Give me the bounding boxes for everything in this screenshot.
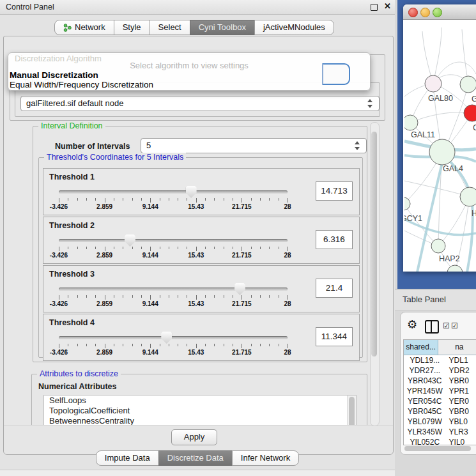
threshold-value-field[interactable]: 21.4 [316, 279, 353, 298]
slider-track[interactable] [59, 239, 288, 242]
slider-track[interactable] [59, 288, 288, 291]
close-panel-button[interactable]: ✕ [384, 1, 391, 11]
column-header-name[interactable]: na [438, 340, 476, 355]
table-row[interactable]: YPR145WYPR1 [404, 386, 476, 396]
settings-scrollbar[interactable] [370, 122, 380, 426]
gear-icon[interactable]: ⚙ [407, 318, 417, 332]
table-row[interactable]: YBR043CYBR0 [404, 376, 476, 386]
attribute-item[interactable]: TopologicalCoefficient [44, 406, 356, 416]
table-row[interactable]: YBR045CYBR0 [404, 406, 476, 417]
network-edge[interactable] [404, 205, 438, 246]
algorithm-placeholder-option[interactable]: Select algorithm to view settings [8, 61, 370, 70]
slider-tick [132, 198, 133, 201]
attributes-listbox[interactable]: SelfLoopsTopologicalCoefficientBetweenne… [43, 395, 357, 425]
network-node-label: HA [472, 209, 476, 218]
slider-tick-label: 15.43 [188, 300, 204, 307]
horizontal-scrollbar-thumb[interactable] [404, 446, 471, 451]
checked-box-icon[interactable]: ☑ [451, 321, 458, 330]
minimize-window-button[interactable] [420, 8, 430, 17]
cell-shared-name: YBR045C [404, 406, 447, 417]
threshold-label: Threshold 2 [49, 221, 95, 230]
slider-thumb[interactable] [125, 234, 135, 247]
list-scrollbar[interactable] [347, 395, 356, 425]
table-row[interactable]: YLR345WYLR3 [404, 427, 476, 437]
slider-tick-label: 28 [284, 349, 291, 356]
network-node-label: GA [472, 95, 476, 104]
table-data-combobox[interactable]: galFiltered.sif default node [20, 96, 380, 111]
network-node[interactable] [404, 115, 418, 130]
algorithm-option-equal-width[interactable]: Equal Width/Frequency Discretization [10, 80, 153, 89]
slider-thumb[interactable] [186, 186, 197, 198]
network-node[interactable] [425, 75, 441, 92]
slider-tick [233, 344, 233, 346]
slider-tick [141, 344, 142, 346]
tab-network[interactable]: Network [54, 20, 114, 35]
slider-thumb[interactable] [161, 332, 172, 344]
table-row[interactable]: YDL19...YDL1 [404, 355, 476, 365]
network-window-titlebar[interactable] [403, 4, 476, 20]
tab-select[interactable]: Select [150, 20, 190, 35]
tab-style[interactable]: Style [114, 20, 150, 35]
network-node[interactable] [460, 76, 476, 93]
network-edge[interactable] [410, 112, 472, 123]
close-window-button[interactable] [408, 8, 418, 17]
slider-tick [95, 295, 96, 298]
network-canvas[interactable]: GAL80GACGAL11GAL4GCY1HAHAP2 [404, 20, 476, 272]
slider-tick [187, 198, 187, 201]
network-canvas-svg[interactable]: GAL80GACGAL11GAL4GCY1HAHAP2 [404, 20, 476, 272]
list-scrollbar-thumb[interactable] [349, 397, 355, 425]
table-header-row: shared... na [404, 340, 476, 355]
tab-label: Discretize Data [167, 451, 224, 465]
cell-shared-name: YPR145W [404, 386, 447, 396]
cell-name: YDL1 [447, 355, 476, 365]
slider-tick [269, 198, 270, 201]
network-node[interactable] [404, 197, 410, 210]
split-columns-icon[interactable] [425, 320, 439, 334]
cell-shared-name: YIL052C [404, 437, 447, 445]
top-tab-bar: Network Style Select Cyni Toolbox jActiv… [54, 20, 334, 35]
threshold-slider[interactable]: -3.4262.8599.14415.4321.71528 [59, 188, 288, 210]
threshold-slider[interactable]: -3.4262.8599.14415.4321.71528 [59, 334, 288, 355]
slider-tick [160, 247, 160, 249]
slider-tick [260, 247, 261, 249]
attribute-item[interactable]: BetweennessCentrality [44, 416, 356, 425]
table-row[interactable]: YIL052CYIL0 [404, 437, 476, 445]
slider-tick-label: -3.426 [50, 203, 68, 210]
zoom-window-button[interactable] [433, 8, 442, 17]
table-row[interactable]: YBL079WYBL0 [404, 417, 476, 427]
threshold-slider[interactable]: -3.4262.8599.14415.4321.71528 [59, 236, 288, 258]
apply-button[interactable]: Apply [171, 429, 217, 445]
tab-label: Infer Network [241, 451, 290, 465]
tab-discretize-data[interactable]: Discretize Data [158, 450, 233, 466]
tab-label: Select [158, 20, 181, 35]
slider-tick [242, 295, 242, 300]
algorithm-option-manual[interactable]: Manual Discretization [10, 70, 98, 80]
checked-box-icon[interactable]: ☑ [443, 321, 450, 330]
table-row[interactable]: YER054CYER0 [404, 396, 476, 406]
slider-track[interactable] [59, 190, 288, 194]
slider-track[interactable] [59, 336, 288, 339]
column-header-shared-name[interactable]: shared... [404, 340, 438, 355]
settings-scrollbar-thumb[interactable] [371, 132, 377, 357]
tab-jactivemnodules[interactable]: jActiveMNodules [254, 20, 334, 35]
threshold-slider[interactable]: -3.4262.8599.14415.4321.71528 [59, 285, 288, 307]
network-node-label: HAP2 [439, 254, 460, 263]
tab-infer-network[interactable]: Infer Network [232, 450, 299, 466]
float-window-button[interactable] [371, 4, 378, 11]
attribute-item[interactable]: SelfLoops [44, 395, 356, 406]
network-node[interactable] [460, 187, 476, 206]
table-row[interactable]: YDR27...YDR2 [404, 365, 476, 376]
threshold-label: Threshold 4 [49, 318, 95, 327]
threshold-value-field[interactable]: 6.316 [316, 230, 353, 249]
slider-tick [160, 295, 160, 298]
number-of-intervals-spinner[interactable]: 5 [141, 138, 367, 153]
network-node[interactable] [429, 139, 455, 165]
network-node[interactable] [464, 105, 476, 121]
cell-name: YER0 [447, 396, 476, 406]
network-node[interactable] [431, 239, 445, 253]
threshold-value-field[interactable]: 11.344 [316, 327, 353, 346]
slider-thumb[interactable] [234, 283, 245, 295]
threshold-value-field[interactable]: 14.713 [316, 181, 353, 201]
tab-impute-data[interactable]: Impute Data [96, 450, 159, 466]
tab-cyni-toolbox[interactable]: Cyni Toolbox [190, 20, 255, 35]
